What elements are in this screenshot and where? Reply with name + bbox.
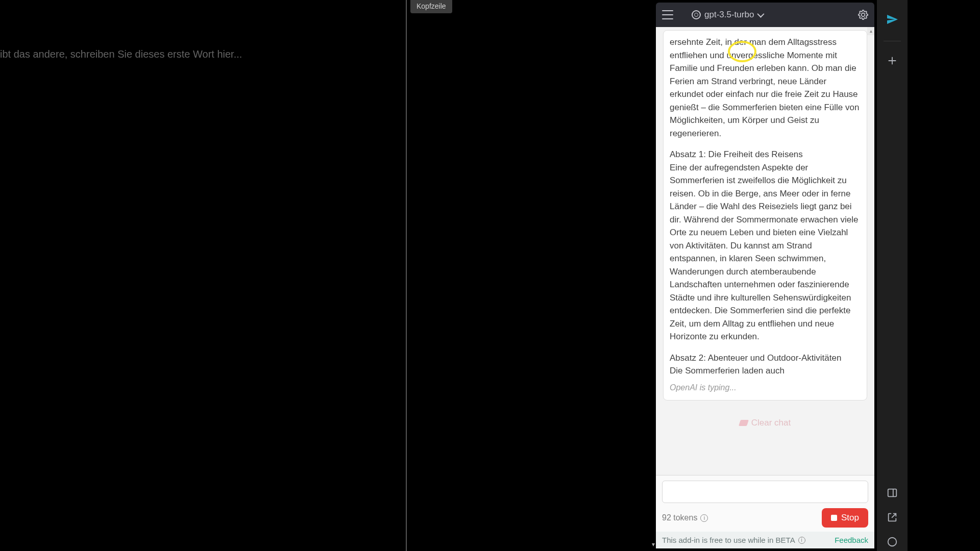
info-icon[interactable]: i [798, 537, 805, 544]
header-section-tab[interactable]: Kopfzeile [410, 0, 452, 13]
send-icon[interactable] [885, 12, 899, 27]
right-icon-rail [877, 0, 908, 551]
beta-info-bar: This add-in is free to use while in BETA… [656, 532, 874, 548]
openai-logo-icon [692, 10, 701, 19]
document-divider [406, 0, 407, 551]
feedback-link[interactable]: Feedback [835, 536, 868, 544]
beta-label: This add-in is free to use while in BETA [662, 536, 795, 544]
scroll-up-button[interactable]: ▴ [867, 27, 874, 35]
chat-input[interactable] [662, 481, 868, 503]
panel-toggle-icon[interactable] [885, 486, 899, 500]
chat-panel: gpt-3.5-turbo ▴ ersehnte Zeit, in der ma… [656, 3, 874, 548]
message-paragraph: ersehnte Zeit, in der man dem Alltagsstr… [670, 36, 861, 140]
model-selector[interactable]: gpt-3.5-turbo [692, 10, 763, 20]
open-external-icon[interactable] [885, 510, 899, 524]
message-scroll-area[interactable]: ersehnte Zeit, in der man dem Alltagsstr… [656, 27, 874, 475]
chat-panel-body: ▴ ersehnte Zeit, in der man dem Alltagss… [656, 27, 874, 548]
model-name: gpt-3.5-turbo [704, 10, 754, 20]
message-paragraph: Absatz 2: Abenteuer und Outdoor-Aktivitä… [670, 352, 861, 378]
panel-resize-arrow-icon[interactable]: ▾ [651, 541, 656, 548]
document-placeholder-text: ibt das andere, schreiben Sie dieses ers… [0, 48, 242, 60]
rail-separator [884, 41, 901, 41]
svg-rect-0 [888, 489, 897, 497]
clear-chat-label: Clear chat [751, 418, 791, 428]
add-icon[interactable] [885, 54, 899, 68]
more-icon[interactable] [885, 535, 899, 549]
token-count-label: 92 tokens [662, 513, 697, 522]
token-count: 92 tokens i [662, 513, 708, 522]
chat-panel-header: gpt-3.5-turbo [656, 3, 874, 27]
message-paragraph: Absatz 1: Die Freiheit des Reisens Eine … [670, 148, 861, 343]
clear-chat-row: Clear chat [661, 406, 869, 444]
info-icon[interactable]: i [700, 514, 708, 522]
typing-indicator: OpenAI is typing... [670, 382, 861, 394]
assistant-message: ersehnte Zeit, in der man dem Alltagsstr… [663, 30, 867, 400]
eraser-icon [739, 420, 749, 426]
svg-point-2 [888, 538, 897, 546]
chat-input-area: 92 tokens i Stop [656, 475, 874, 532]
chevron-down-icon [757, 11, 765, 18]
settings-icon[interactable] [858, 10, 868, 20]
stop-icon [831, 515, 837, 521]
menu-icon[interactable] [662, 9, 673, 20]
clear-chat-button[interactable]: Clear chat [731, 414, 799, 432]
input-footer-row: 92 tokens i Stop [662, 508, 868, 528]
stop-button[interactable]: Stop [822, 508, 868, 528]
stop-label: Stop [841, 513, 859, 523]
